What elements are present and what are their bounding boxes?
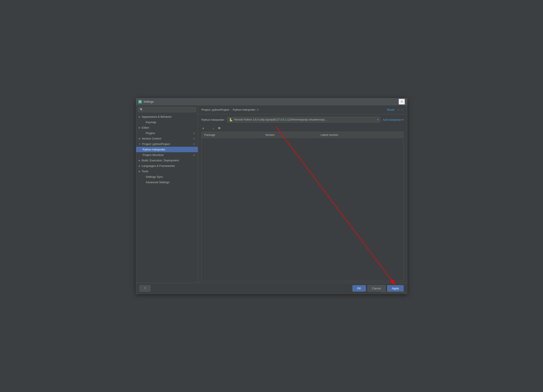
show-options-button[interactable]: 👁	[217, 126, 222, 131]
apply-button[interactable]: Apply	[387, 285, 404, 291]
chevron-down-icon: ▼	[139, 143, 141, 145]
sidebar-item-label: Project: pythonProject	[142, 142, 170, 146]
settings-dialog: ⚙ Settings ✕ ▶ Appearance & Behavior Key…	[136, 98, 407, 294]
chevron-right-icon: ▶	[139, 159, 141, 162]
add-package-button[interactable]: +	[201, 126, 205, 131]
interpreter-label: Python Interpreter:	[201, 118, 225, 121]
sidebar-item-python-interpreter[interactable]: Python Interpreter ▤	[136, 147, 198, 152]
content-area: ▶ Appearance & Behavior Keymap ▶ Editor …	[136, 105, 407, 283]
remove-package-button[interactable]: −	[206, 126, 210, 131]
sidebar-item-tools[interactable]: ▶ Tools	[136, 168, 198, 174]
table-header-row: Package Version Latest version	[202, 132, 403, 138]
nav-buttons: Reset ‹ ›	[385, 107, 403, 112]
sidebar-item-languages[interactable]: ▶ Languages & Frameworks	[136, 163, 198, 168]
sidebar-item-label: Editor	[142, 126, 149, 129]
sidebar-item-label: Build, Execution, Deployment	[142, 159, 179, 162]
sidebar-item-label: Plugins	[146, 131, 155, 135]
col-latest: Latest version	[318, 132, 403, 138]
sidebar-item-project[interactable]: ▼ Project: pythonProject ▤	[136, 141, 198, 147]
chevron-right-icon: ▶	[139, 126, 141, 129]
search-box[interactable]	[138, 107, 196, 112]
reset-button[interactable]: Reset	[385, 107, 396, 112]
interpreter-dropdown[interactable]: 🐍 Remote Python 3.6.6 (sftp://pyvip@127.…	[227, 117, 380, 123]
package-table: Package Version Latest version	[202, 132, 403, 138]
watermark: CSDN @LCrush201809	[382, 291, 406, 293]
upgrade-package-button[interactable]: ▲	[211, 126, 216, 131]
settings-icon: ⊟	[257, 108, 259, 111]
sidebar-item-editor[interactable]: ▶ Editor	[136, 125, 198, 130]
sidebar-item-version-control[interactable]: ▶ Version Control ▤	[136, 136, 198, 141]
sidebar-item-label: Version Control	[142, 137, 161, 140]
sidebar-item-plugins[interactable]: Plugins ▤	[136, 130, 198, 136]
page-icon: ▤	[193, 132, 195, 134]
sidebar-item-advanced-settings[interactable]: Advanced Settings	[136, 179, 198, 185]
page-icon: ▤	[193, 148, 195, 151]
breadcrumb-separator: ›	[231, 108, 232, 111]
chevron-right-icon: ▶	[139, 116, 141, 118]
col-package: Package	[202, 132, 262, 138]
sidebar-item-label: Languages & Frameworks	[142, 164, 175, 168]
forward-button[interactable]: ›	[401, 107, 404, 112]
sidebar-item-label: Appearance & Behavior	[142, 115, 172, 118]
sidebar-item-keymap[interactable]: Keymap	[136, 119, 198, 125]
sidebar-item-build[interactable]: ▶ Build, Execution, Deployment	[136, 158, 198, 163]
cancel-button[interactable]: Cancel	[368, 285, 385, 291]
sidebar-item-project-structure[interactable]: Project Structure ▤	[136, 152, 198, 158]
page-icon: ▤	[193, 143, 195, 146]
interpreter-row: Python Interpreter: 🐍 Remote Python 3.6.…	[198, 114, 407, 125]
sidebar-item-label: Settings Sync	[146, 175, 163, 179]
breadcrumb: Project: pythonProject › Python Interpre…	[198, 105, 407, 114]
add-interpreter-chevron-icon: ▾	[402, 118, 404, 121]
title-bar: ⚙ Settings ✕	[136, 98, 407, 105]
add-interpreter-button[interactable]: Add Interpreter ▾	[383, 118, 404, 121]
close-button[interactable]: ✕	[399, 99, 405, 105]
chevron-right-icon: ▶	[139, 137, 141, 140]
page-icon: ▤	[193, 137, 195, 140]
dialog-title: Settings	[144, 100, 399, 103]
search-input[interactable]	[140, 108, 194, 111]
sidebar-item-appearance[interactable]: ▶ Appearance & Behavior	[136, 114, 198, 119]
back-button[interactable]: ‹	[397, 107, 400, 112]
action-buttons: OK Cancel Apply	[352, 285, 404, 291]
package-table-container: Package Version Latest version	[201, 132, 404, 281]
chevron-right-icon: ▶	[139, 165, 141, 167]
add-interpreter-label: Add Interpreter	[383, 118, 402, 121]
breadcrumb-project: Project: pythonProject	[201, 108, 229, 111]
sidebar-item-label: Project Structure	[143, 153, 164, 157]
package-toolbar: + − ▲ 👁	[198, 125, 407, 132]
col-version: Version	[262, 132, 318, 138]
dropdown-arrow-icon: ▾	[377, 118, 379, 121]
help-button[interactable]: ?	[140, 285, 150, 291]
sidebar-item-settings-sync[interactable]: Settings Sync	[136, 174, 198, 179]
ok-button[interactable]: OK	[352, 285, 366, 291]
bottom-bar: ? OK Cancel Apply	[136, 283, 407, 294]
sidebar-item-label: Advanced Settings	[146, 181, 169, 184]
page-icon: ▤	[193, 154, 195, 156]
main-panel: Project: pythonProject › Python Interpre…	[198, 105, 407, 283]
sidebar-item-label: Keymap	[146, 121, 156, 124]
app-icon: ⚙	[138, 100, 142, 104]
sidebar: ▶ Appearance & Behavior Keymap ▶ Editor …	[136, 105, 198, 283]
sidebar-item-label: Python Interpreter	[143, 148, 165, 151]
python-icon: 🐍	[229, 118, 233, 121]
sidebar-item-label: Tools	[142, 170, 148, 173]
interpreter-value: Remote Python 3.6.6 (sftp://pyvip@127.0.…	[234, 118, 376, 121]
chevron-right-icon: ▶	[139, 170, 141, 173]
breadcrumb-page: Python Interpreter	[233, 108, 255, 111]
